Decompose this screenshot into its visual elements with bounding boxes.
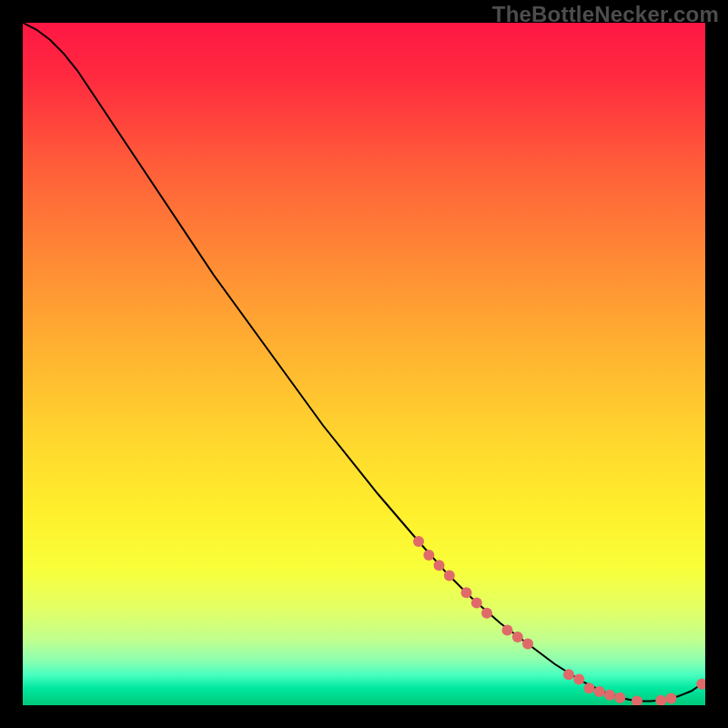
chart-stage: TheBottleNecker.com [0, 0, 728, 728]
highlight-point [434, 560, 445, 571]
highlight-point [522, 639, 533, 650]
highlight-point [584, 682, 595, 693]
highlight-point [666, 693, 677, 704]
gradient-background [23, 23, 705, 705]
highlight-point [413, 536, 424, 547]
highlight-point [604, 690, 615, 701]
watermark-label: TheBottleNecker.com [492, 2, 719, 27]
highlight-point [502, 625, 513, 636]
highlight-point [512, 632, 523, 642]
highlight-point [461, 587, 472, 598]
highlight-point [563, 669, 574, 680]
highlight-point [444, 571, 455, 581]
highlight-point [471, 598, 482, 609]
highlight-point [481, 608, 492, 619]
highlight-point [423, 550, 434, 561]
highlight-point [594, 686, 605, 697]
highlight-point [614, 693, 625, 703]
highlight-point [573, 674, 584, 685]
bottleneck-chart [23, 23, 705, 705]
